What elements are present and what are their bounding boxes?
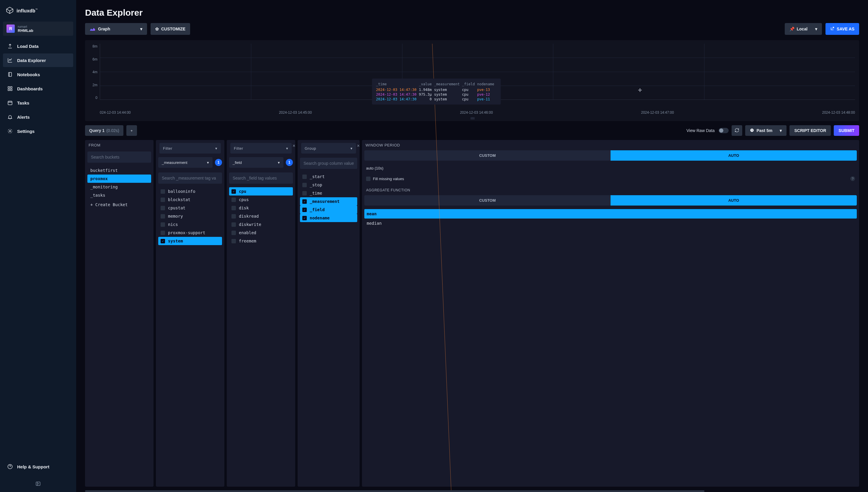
bell-icon (7, 114, 13, 120)
checkbox-icon (302, 183, 307, 187)
timezone-select[interactable]: 📌 Local ▾ (785, 23, 822, 35)
sidebar-item-dashboards[interactable]: Dashboards (3, 82, 73, 95)
field-value-item[interactable]: ✓cpu (229, 187, 293, 196)
checkbox-icon (231, 239, 236, 243)
calendar-icon (7, 100, 13, 105)
checkbox-icon (231, 214, 236, 219)
svg-rect-2 (8, 87, 9, 88)
checkbox-icon (231, 231, 236, 235)
svg-rect-1 (8, 72, 12, 76)
main: Data Explorer Graph ▾ ✿ CUSTOMIZE 📌 Loca… (76, 0, 868, 492)
checkbox-icon (231, 222, 236, 227)
sidebar-item-label: Notebooks (17, 72, 40, 77)
field-value-item[interactable]: cpus (229, 196, 293, 204)
sidebar-item-label: Tasks (17, 100, 29, 105)
field-value-item[interactable]: disk (229, 204, 293, 212)
dashboard-icon (7, 86, 13, 91)
visualization-type-select[interactable]: Graph ▾ (85, 23, 147, 35)
group-search-input[interactable] (300, 158, 357, 169)
svg-point-7 (9, 130, 11, 132)
chevron-down-icon: ▾ (351, 146, 353, 151)
window-header: WINDOW PERIOD (362, 140, 859, 150)
org-switcher[interactable]: R rumart RHMLab (3, 22, 73, 36)
chart-panel: 8m6m4m2m0 ✛ _time_value_measurement_fiel… (85, 40, 859, 121)
chevron-down-icon: ▾ (815, 27, 817, 31)
sidebar-item-notebooks[interactable]: Notebooks (3, 68, 73, 81)
checkbox-icon: ✓ (231, 189, 236, 194)
group-value-item[interactable]: ✓_measurement (300, 197, 357, 205)
notebook-icon (7, 72, 13, 77)
from-header: FROM (85, 140, 154, 150)
brand-name: influxdb™ (17, 8, 38, 14)
sidebar-item-data-explorer[interactable]: Data Explorer (3, 53, 73, 67)
group-value-item[interactable]: ✓_field (300, 205, 357, 214)
group-function-select[interactable]: Group ▾ (301, 143, 356, 153)
raw-data-toggle[interactable] (719, 128, 729, 133)
builder-h-scrollbar[interactable] (85, 490, 859, 492)
checkbox-icon: ✓ (302, 207, 307, 212)
close-icon: × (292, 143, 295, 149)
chart-crosshair-icon: ✛ (637, 88, 642, 93)
nav-list: Load Data Data Explorer Notebooks Dashbo… (0, 39, 76, 138)
gear-icon (7, 128, 13, 134)
chevron-down-icon: ▾ (278, 161, 280, 165)
org-user: rumart (18, 25, 33, 28)
save-as-button[interactable]: SAVE AS (825, 23, 859, 35)
help-icon (7, 464, 13, 469)
checkbox-icon: ✓ (302, 216, 307, 220)
svg-rect-3 (10, 87, 12, 88)
field-search-input[interactable] (229, 172, 293, 184)
checkbox-icon (231, 198, 236, 202)
sidebar-item-help[interactable]: Help & Support (3, 460, 73, 473)
field-value-item[interactable]: freemem (229, 237, 293, 245)
sidebar-item-label: Help & Support (17, 464, 49, 469)
checkbox-icon (302, 175, 307, 179)
chart-tooltip: _time_value_measurement_fieldnodename 20… (372, 78, 501, 104)
sidebar-item-settings[interactable]: Settings (3, 124, 73, 138)
brand-logo[interactable]: influxdb™ (0, 0, 76, 22)
chart-icon (7, 57, 13, 63)
chart-plot[interactable]: ✛ _time_value_measurement_fieldnodename … (100, 44, 855, 100)
export-icon (830, 27, 834, 32)
chart-y-axis: 8m6m4m2m0 (89, 44, 100, 100)
gear-icon: ✿ (155, 27, 159, 31)
field-value-item[interactable]: diskread (229, 212, 293, 220)
filter-key-select[interactable]: _field ▾ (229, 157, 283, 168)
svg-rect-5 (10, 89, 12, 91)
svg-rect-6 (8, 101, 12, 105)
sidebar-item-label: Data Explorer (17, 58, 46, 63)
remove-group-button[interactable]: × (355, 143, 360, 149)
checkbox-icon (231, 206, 236, 210)
group-value-item[interactable]: _time (300, 189, 357, 197)
checkbox-icon: ✓ (302, 199, 307, 204)
sidebar-item-tasks[interactable]: Tasks (3, 96, 73, 109)
group-value-item[interactable]: _stop (300, 181, 357, 189)
sidebar-item-label: Alerts (17, 115, 30, 120)
upload-icon (7, 43, 13, 49)
customize-button[interactable]: ✿ CUSTOMIZE (151, 23, 190, 35)
sidebar-item-label: Dashboards (17, 86, 43, 91)
sidebar-item-label: Settings (17, 129, 34, 134)
sidebar-item-label: Load Data (17, 44, 39, 49)
filter-function-select[interactable]: Filter ▾ (159, 143, 221, 153)
field-value-item[interactable]: enabled (229, 228, 293, 237)
sidebar-item-alerts[interactable]: Alerts (3, 110, 73, 124)
close-icon: × (357, 143, 360, 149)
group-value-item[interactable]: ✓nodename (300, 214, 357, 222)
chevron-down-icon: ▾ (286, 146, 288, 151)
org-badge: R (6, 25, 15, 33)
chevron-down-icon: ▾ (215, 146, 218, 151)
filter-function-select[interactable]: Filter ▾ (230, 143, 292, 153)
sidebar-item-load-data[interactable]: Load Data (3, 39, 73, 53)
influxdb-logo-icon (6, 6, 14, 15)
pin-icon: 📌 (789, 27, 794, 31)
filter-column-field: Filter ▾ × _field ▾ 1 ✓cpucpusdiskdiskre… (227, 140, 295, 487)
field-value-item[interactable]: diskwrite (229, 220, 293, 228)
page-title: Data Explorer (76, 0, 868, 23)
chevron-down-icon: ▾ (140, 27, 142, 31)
collapse-sidebar-button[interactable] (0, 476, 76, 492)
filter-count-badge: 1 (286, 159, 293, 166)
remove-filter-button[interactable]: × (291, 143, 295, 149)
checkbox-icon (302, 191, 307, 196)
group-value-item[interactable]: _start (300, 172, 357, 181)
